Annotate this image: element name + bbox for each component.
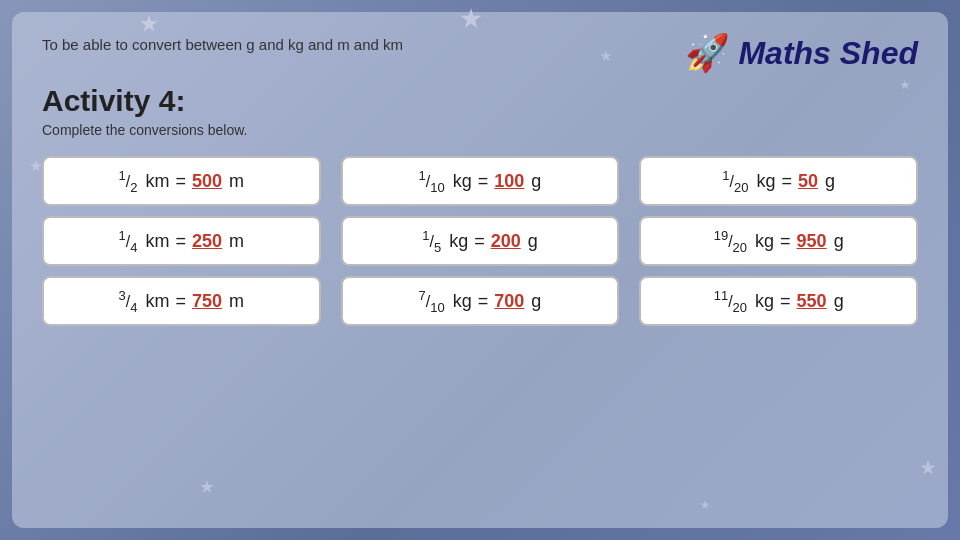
conversion-box-r3c3: 11/20 kg = 550 g <box>639 276 918 326</box>
fraction-r2c3: 19/20 <box>714 231 747 252</box>
unit-to-r3c2: g <box>526 291 541 312</box>
answer-r1c2: 100 <box>494 171 524 192</box>
unit-from-r3c3: kg <box>750 291 774 312</box>
answer-r2c1: 250 <box>192 231 222 252</box>
unit-to-r2c3: g <box>829 231 844 252</box>
unit-to-r1c1: m <box>224 171 244 192</box>
equals-r2c2: = <box>474 231 485 252</box>
equals-r1c3: = <box>781 171 792 192</box>
conversion-box-r2c1: 1/4 km = 250 m <box>42 216 321 266</box>
main-panel: To be able to convert between g and kg a… <box>12 12 948 528</box>
answer-r2c2: 200 <box>491 231 521 252</box>
unit-from-r3c1: km <box>141 291 170 312</box>
unit-from-r2c1: km <box>141 231 170 252</box>
fraction-r2c1: 1/4 <box>119 231 138 252</box>
equals-r2c1: = <box>176 231 187 252</box>
logo-text: Maths Shed <box>738 37 918 69</box>
fraction-r3c2: 7/10 <box>419 291 445 312</box>
unit-to-r3c3: g <box>829 291 844 312</box>
equals-r1c1: = <box>176 171 187 192</box>
logo-area: 🚀 Maths Shed <box>685 32 918 74</box>
unit-from-r1c2: kg <box>448 171 472 192</box>
equals-r1c2: = <box>478 171 489 192</box>
answer-r2c3: 950 <box>797 231 827 252</box>
equals-r3c3: = <box>780 291 791 312</box>
conversion-box-r3c2: 7/10 kg = 700 g <box>341 276 620 326</box>
unit-from-r2c2: kg <box>444 231 468 252</box>
header-left: To be able to convert between g and kg a… <box>42 32 403 53</box>
conversion-box-r2c3: 19/20 kg = 950 g <box>639 216 918 266</box>
equals-r3c1: = <box>176 291 187 312</box>
fraction-r1c1: 1/2 <box>119 171 138 192</box>
equals-r3c2: = <box>478 291 489 312</box>
unit-from-r1c1: km <box>141 171 170 192</box>
fraction-r3c1: 3/4 <box>119 291 138 312</box>
fraction-r1c3: 1/20 <box>722 171 748 192</box>
conversions-grid: 1/2 km = 500 m 1/10 kg = 100 g 1/20 kg =… <box>42 156 918 326</box>
conversion-box-r1c1: 1/2 km = 500 m <box>42 156 321 206</box>
answer-r3c3: 550 <box>797 291 827 312</box>
answer-r3c1: 750 <box>192 291 222 312</box>
unit-to-r1c3: g <box>820 171 835 192</box>
conversion-box-r3c1: 3/4 km = 750 m <box>42 276 321 326</box>
rocket-icon: 🚀 <box>685 32 730 74</box>
answer-r1c3: 50 <box>798 171 818 192</box>
answer-r1c1: 500 <box>192 171 222 192</box>
unit-to-r2c1: m <box>224 231 244 252</box>
unit-to-r3c1: m <box>224 291 244 312</box>
unit-from-r3c2: kg <box>448 291 472 312</box>
conversion-box-r1c3: 1/20 kg = 50 g <box>639 156 918 206</box>
activity-title: Activity 4: <box>42 84 918 118</box>
fraction-r3c3: 11/20 <box>714 291 747 312</box>
unit-from-r1c3: kg <box>751 171 775 192</box>
conversion-box-r1c2: 1/10 kg = 100 g <box>341 156 620 206</box>
answer-r3c2: 700 <box>494 291 524 312</box>
activity-description: Complete the conversions below. <box>42 122 918 138</box>
fraction-r2c2: 1/5 <box>422 231 441 252</box>
equals-r2c3: = <box>780 231 791 252</box>
unit-to-r1c2: g <box>526 171 541 192</box>
fraction-r1c2: 1/10 <box>419 171 445 192</box>
unit-to-r2c2: g <box>523 231 538 252</box>
header: To be able to convert between g and kg a… <box>42 32 918 74</box>
unit-from-r2c3: kg <box>750 231 774 252</box>
subtitle: To be able to convert between g and kg a… <box>42 36 403 53</box>
conversion-box-r2c2: 1/5 kg = 200 g <box>341 216 620 266</box>
